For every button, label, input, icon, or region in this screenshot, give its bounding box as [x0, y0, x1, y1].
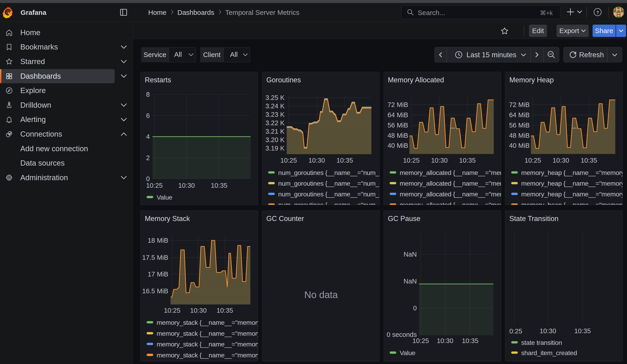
svg-text:Restarts: Restarts: [145, 76, 171, 84]
svg-text:10:30: 10:30: [309, 157, 325, 164]
svg-text:NaN: NaN: [404, 251, 417, 258]
svg-text:10:35: 10:35: [459, 157, 476, 164]
svg-text:memory_allocated {__name__="me: memory_allocated {__name__="memo: [400, 169, 501, 176]
svg-text:memory_stack {__name__="memory: memory_stack {__name__="memory_s: [157, 319, 258, 326]
svg-text:10:25: 10:25: [146, 182, 163, 189]
svg-text:10:25: 10:25: [280, 157, 297, 164]
svg-text:shard_item_created: shard_item_created: [521, 349, 577, 357]
svg-text:10:35: 10:35: [462, 337, 478, 344]
svg-text:10:30: 10:30: [190, 307, 207, 314]
svg-text:2: 2: [146, 154, 150, 161]
svg-text:10:25: 10:25: [403, 157, 420, 164]
svg-text:18 MiB: 18 MiB: [148, 237, 168, 244]
svg-text:memory_stack {__name__="memory: memory_stack {__name__="memory_s: [157, 330, 258, 337]
svg-text:0:25: 0:25: [509, 327, 522, 335]
svg-text:10:35: 10:35: [211, 182, 228, 189]
svg-text:48 MiB: 48 MiB: [388, 132, 408, 139]
svg-text:48 MiB: 48 MiB: [509, 132, 530, 139]
svg-text:GC Counter: GC Counter: [266, 215, 304, 223]
svg-text:6: 6: [146, 112, 150, 119]
svg-text:num_goroutines {__name__="num_: num_goroutines {__name__="num_go: [278, 169, 380, 176]
svg-text:NaN: NaN: [404, 278, 417, 285]
svg-text:memory_heap {__name__="memory_: memory_heap {__name__="memory_h: [521, 180, 623, 187]
svg-text:GC Pause: GC Pause: [388, 215, 420, 223]
svg-text:72 MiB: 72 MiB: [509, 101, 530, 108]
svg-text:num_goroutines {__name__="num_: num_goroutines {__name__="num_go: [278, 190, 380, 198]
svg-text:3.25 K: 3.25 K: [265, 94, 285, 101]
svg-text:Memory Allocated: Memory Allocated: [388, 76, 444, 84]
svg-text:3.20 K: 3.20 K: [265, 136, 285, 144]
svg-text:memory_stack {__name__="memory: memory_stack {__name__="memory_s: [157, 352, 258, 359]
svg-text:Value: Value: [157, 194, 172, 201]
svg-text:72 MiB: 72 MiB: [388, 101, 408, 108]
svg-text:0: 0: [413, 305, 417, 312]
svg-text:40 MiB: 40 MiB: [509, 142, 530, 149]
svg-text:17.5 MiB: 17.5 MiB: [142, 254, 168, 261]
svg-text:56 MiB: 56 MiB: [388, 122, 408, 129]
svg-text:Memory Stack: Memory Stack: [145, 215, 190, 223]
svg-text:40 MiB: 40 MiB: [388, 142, 408, 149]
svg-text:10:30: 10:30: [178, 182, 195, 189]
svg-text:17 MiB: 17 MiB: [148, 270, 168, 278]
svg-text:64 MiB: 64 MiB: [388, 111, 408, 119]
svg-text:10:30: 10:30: [431, 157, 448, 164]
svg-text:64 MiB: 64 MiB: [509, 111, 530, 119]
svg-text:10:30: 10:30: [437, 337, 454, 344]
svg-text:10:25: 10:25: [164, 307, 181, 314]
svg-text:num_goroutines {__name__="num_: num_goroutines {__name__="num_go: [278, 180, 380, 187]
svg-text:3.23 K: 3.23 K: [265, 111, 285, 118]
svg-text:memory_heap {__name__="memory_: memory_heap {__name__="memory_h: [521, 169, 623, 176]
svg-text:3.19 K: 3.19 K: [265, 145, 285, 152]
svg-text:memory_allocated {__name__="me: memory_allocated {__name__="memo: [400, 180, 501, 187]
svg-text:memory_allocated {__name__="me: memory_allocated {__name__="memo: [400, 190, 501, 198]
svg-text:memory_allocated {__name__="me: memory_allocated {__name__="memo: [400, 201, 501, 205]
svg-text:4: 4: [146, 133, 150, 140]
svg-text:56 MiB: 56 MiB: [509, 122, 530, 129]
svg-text:memory_heap {__name__="memory_: memory_heap {__name__="memory_h: [521, 201, 623, 205]
svg-text:10:35: 10:35: [337, 157, 353, 164]
svg-text:3.21 K: 3.21 K: [265, 128, 285, 135]
svg-text:State Transition: State Transition: [509, 215, 558, 223]
svg-text:memory_heap {__name__="memory_: memory_heap {__name__="memory_h: [521, 190, 623, 198]
svg-text:10:35: 10:35: [574, 327, 591, 335]
svg-text:10:30: 10:30: [540, 327, 556, 335]
svg-text:10:30: 10:30: [553, 157, 569, 164]
svg-text:10:25: 10:25: [413, 337, 429, 344]
svg-text:10:35: 10:35: [581, 157, 597, 164]
svg-text:0: 0: [146, 175, 150, 182]
svg-text:state transition: state transition: [521, 339, 562, 346]
svg-text:16.5 MiB: 16.5 MiB: [142, 287, 168, 295]
svg-text:8: 8: [146, 91, 150, 98]
svg-text:Memory Heap: Memory Heap: [509, 76, 554, 84]
svg-text:?: ?: [596, 10, 599, 15]
svg-text:num_goroutines {__name__="num_: num_goroutines {__name__="num_go: [278, 201, 380, 205]
svg-text:Goroutines: Goroutines: [266, 76, 301, 84]
svg-text:Value: Value: [400, 349, 416, 357]
svg-text:memory_stack {__name__="memory: memory_stack {__name__="memory_s: [157, 341, 258, 348]
svg-text:3.24 K: 3.24 K: [265, 103, 285, 110]
svg-text:10:35: 10:35: [217, 307, 233, 314]
svg-text:No data: No data: [304, 289, 338, 300]
svg-text:3.22 K: 3.22 K: [265, 119, 285, 127]
svg-text:10:25: 10:25: [525, 157, 541, 164]
